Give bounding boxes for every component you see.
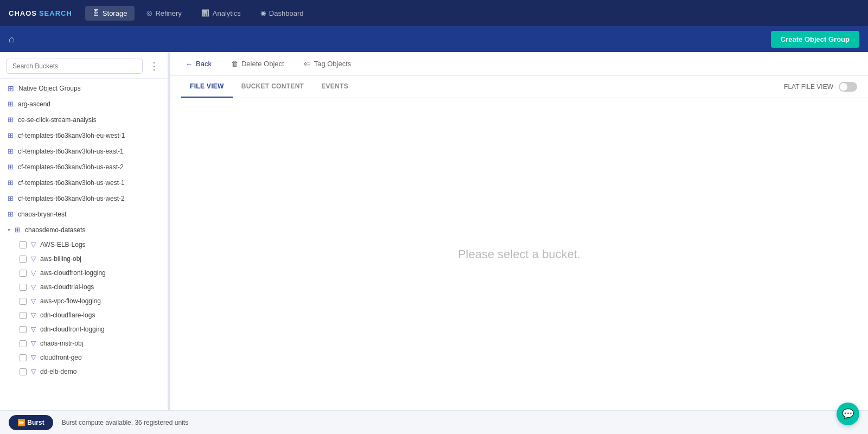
nav-dashboard[interactable]: ◉ Dashboard xyxy=(253,6,311,21)
analytics-icon: 📊 xyxy=(201,9,209,17)
filter-icon: ▽ xyxy=(31,311,36,319)
search-input[interactable] xyxy=(7,59,143,74)
checkbox-cdn-cloudflare-logs[interactable] xyxy=(20,312,27,319)
checkbox-chaos-mstr-obj[interactable] xyxy=(20,340,27,347)
back-label: Back xyxy=(196,60,212,68)
tab-bucket-content[interactable]: BUCKET CONTENT xyxy=(233,76,313,98)
nav-analytics-label: Analytics xyxy=(213,9,241,17)
chat-icon: 💬 xyxy=(842,408,854,420)
nav-dashboard-label: Dashboard xyxy=(269,9,304,17)
filter-icon: ▽ xyxy=(31,340,36,347)
sub-item-label: AWS-ELB-Logs xyxy=(40,241,86,248)
checkbox-aws-vpc-flow-logging[interactable] xyxy=(20,298,27,305)
flat-file-view-label: FLAT FILE VIEW xyxy=(784,83,833,91)
list-item-aws-cloudtrial-logs[interactable]: ▽ aws-cloudtrial-logs xyxy=(0,280,168,294)
content-area: ← Back 🗑 Delete Object 🏷 Tag Objects FIL… xyxy=(170,52,868,410)
bucket-icon: ⊞ xyxy=(8,163,14,171)
toggle-knob xyxy=(840,83,847,91)
content-main: Please select a bucket. xyxy=(170,98,868,410)
sidebar-item-cf-us-west-2[interactable]: ⊞ cf-templates-t6o3kanv3loh-us-west-2 xyxy=(0,190,168,206)
sidebar-item-arg-ascend[interactable]: ⊞ arg-ascend xyxy=(0,96,168,112)
checkbox-cloudfront-geo[interactable] xyxy=(20,354,27,361)
sub-item-label: aws-billing-obj xyxy=(40,255,81,263)
sub-item-label: cdn-cloudflare-logs xyxy=(40,311,95,319)
native-groups-icon: ⊞ xyxy=(8,84,14,93)
sidebar-item-cf-us-west-1[interactable]: ⊞ cf-templates-t6o3kanv3loh-us-west-1 xyxy=(0,175,168,190)
list-item-cloudfront-geo[interactable]: ▽ cloudfront-geo xyxy=(0,350,168,365)
bucket-icon: ⊞ xyxy=(8,100,14,108)
flat-file-view-switch[interactable] xyxy=(839,82,857,92)
bottom-bar: ⏩ Burst Burst compute available, 36 regi… xyxy=(0,410,868,434)
bucket-icon: ⊞ xyxy=(8,210,14,218)
burst-button[interactable]: ⏩ Burst xyxy=(9,415,53,430)
main-layout: ⋮ ⊞ Native Object Groups ⊞ arg-ascend ⊞ … xyxy=(0,52,868,410)
nav-refinery-label: Refinery xyxy=(155,9,181,17)
list-item-aws-billing-obj[interactable]: ▽ aws-billing-obj xyxy=(0,252,168,266)
dashboard-icon: ◉ xyxy=(260,9,266,17)
sub-item-label: dd-elb-demo xyxy=(40,368,76,375)
tab-events[interactable]: EVENTS xyxy=(312,76,357,98)
list-item-aws-cloudfront-logging[interactable]: ▽ aws-cloudfront-logging xyxy=(0,266,168,280)
home-button[interactable]: ⌂ xyxy=(9,34,15,45)
nav-storage[interactable]: 🗄 Storage xyxy=(85,6,135,21)
sidebar-header: ⋮ xyxy=(0,52,168,79)
placeholder-message: Please select a bucket. xyxy=(458,247,580,261)
sidebar-item-cf-eu-west-1[interactable]: ⊞ cf-templates-t6o3kanv3loh-eu-west-1 xyxy=(0,127,168,143)
tag-label: Tag Objects xyxy=(314,60,352,68)
nav-analytics[interactable]: 📊 Analytics xyxy=(194,6,248,21)
sidebar-item-label: ce-se-click-stream-analysis xyxy=(18,116,97,124)
sidebar-item-label: cf-templates-t6o3kanv3loh-us-west-1 xyxy=(18,179,125,187)
back-arrow-icon: ← xyxy=(186,60,193,68)
checkbox-AWS-ELB-Logs[interactable] xyxy=(20,241,27,248)
delete-icon: 🗑 xyxy=(231,60,238,68)
nav-storage-label: Storage xyxy=(103,9,127,17)
bucket-icon: ⊞ xyxy=(8,147,14,155)
sidebar-item-ce-se-click-stream[interactable]: ⊞ ce-se-click-stream-analysis xyxy=(0,112,168,127)
delete-label: Delete Object xyxy=(241,60,284,68)
logo-chaos: CHAOS xyxy=(9,9,37,17)
list-item-AWS-ELB-Logs[interactable]: ▽ AWS-ELB-Logs xyxy=(0,238,168,252)
filter-icon: ▽ xyxy=(31,297,36,305)
second-bar: ⌂ Create Object Group xyxy=(0,26,868,52)
sidebar-item-label: chaos-bryan-test xyxy=(18,210,66,218)
sidebar-item-cf-us-east-1[interactable]: ⊞ cf-templates-t6o3kanv3loh-us-east-1 xyxy=(0,143,168,159)
refinery-icon: ◎ xyxy=(146,9,152,17)
sidebar-item-cf-us-east-2[interactable]: ⊞ cf-templates-t6o3kanv3loh-us-east-2 xyxy=(0,159,168,175)
sidebar-item-chaosdemo-datasets[interactable]: ▾ ⊞ chaosdemo-datasets xyxy=(0,222,168,238)
tag-objects-button[interactable]: 🏷 Tag Objects xyxy=(299,58,356,70)
tab-file-view[interactable]: FILE VIEW xyxy=(181,76,233,98)
list-item-dd-elb-demo[interactable]: ▽ dd-elb-demo xyxy=(0,365,168,379)
delete-object-button[interactable]: 🗑 Delete Object xyxy=(227,58,289,70)
checkbox-aws-cloudfront-logging[interactable] xyxy=(20,270,27,277)
list-item-cdn-cloudfront-logging[interactable]: ▽ cdn-cloudfront-logging xyxy=(0,322,168,336)
filter-icon: ▽ xyxy=(31,354,36,361)
list-item-cdn-cloudflare-logs[interactable]: ▽ cdn-cloudflare-logs xyxy=(0,308,168,322)
bucket-icon: ⊞ xyxy=(15,226,21,234)
content-toolbar: ← Back 🗑 Delete Object 🏷 Tag Objects xyxy=(170,52,868,76)
chat-bubble-button[interactable]: 💬 xyxy=(837,403,859,425)
list-item-chaos-mstr-obj[interactable]: ▽ chaos-mstr-obj xyxy=(0,336,168,350)
checkbox-aws-cloudtrial-logs[interactable] xyxy=(20,284,27,291)
section-label-text: Native Object Groups xyxy=(18,85,81,92)
logo-search: SEARCH xyxy=(39,9,72,17)
flat-file-view-toggle: FLAT FILE VIEW xyxy=(784,82,857,92)
list-item-aws-vpc-flow-logging[interactable]: ▽ aws-vpc-flow-logging xyxy=(0,294,168,308)
sidebar-list: ⊞ Native Object Groups ⊞ arg-ascend ⊞ ce… xyxy=(0,79,168,410)
sub-item-label: cdn-cloudfront-logging xyxy=(40,326,105,333)
nav-refinery[interactable]: ◎ Refinery xyxy=(139,6,189,21)
bucket-icon: ⊞ xyxy=(8,116,14,124)
logo: CHAOSSEARCH xyxy=(9,9,72,17)
back-button[interactable]: ← Back xyxy=(181,58,216,70)
burst-status-text: Burst compute available, 36 registered u… xyxy=(62,419,188,426)
bucket-icon: ⊞ xyxy=(8,194,14,202)
sidebar-item-label: cf-templates-t6o3kanv3loh-us-west-2 xyxy=(18,195,125,202)
create-object-group-button[interactable]: Create Object Group xyxy=(771,31,859,48)
checkbox-cdn-cloudfront-logging[interactable] xyxy=(20,326,27,333)
top-nav: CHAOSSEARCH 🗄 Storage ◎ Refinery 📊 Analy… xyxy=(0,0,868,26)
checkbox-aws-billing-obj[interactable] xyxy=(20,256,27,263)
filter-icon: ▽ xyxy=(31,255,36,263)
filter-icon: ▽ xyxy=(31,241,36,248)
more-icon[interactable]: ⋮ xyxy=(147,59,161,73)
sidebar-item-chaos-bryan-test[interactable]: ⊞ chaos-bryan-test xyxy=(0,206,168,222)
checkbox-dd-elb-demo[interactable] xyxy=(20,368,27,375)
